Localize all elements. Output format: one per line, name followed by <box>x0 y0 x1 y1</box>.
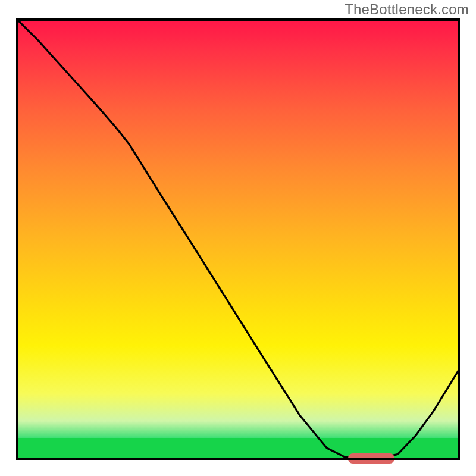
chart-frame: TheBottleneck.com <box>0 0 476 476</box>
plot-border <box>16 18 460 460</box>
watermark-text: TheBottleneck.com <box>345 1 469 18</box>
plot-area <box>16 18 460 460</box>
